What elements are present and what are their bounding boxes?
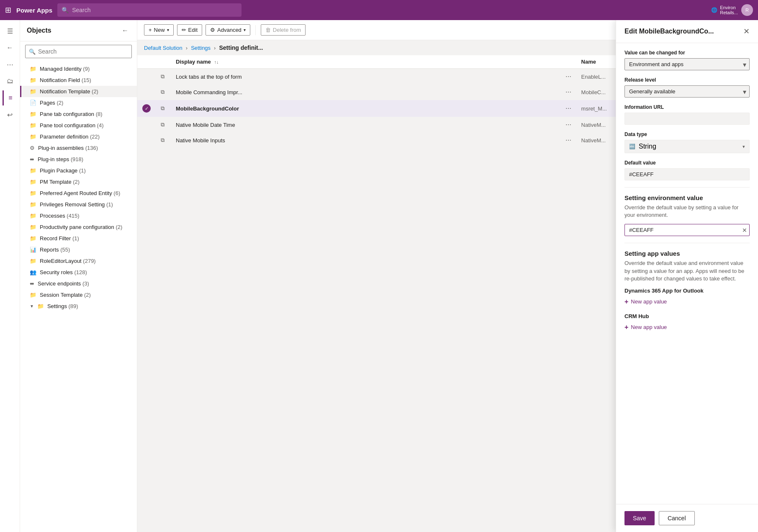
data-type-display: 🔤 String ▾ — [624, 140, 750, 153]
panel-header: Edit MobileBackgroundCo... ✕ — [616, 20, 758, 43]
sidebar-item-session-template[interactable]: 📁 Session Template (2) — [20, 289, 137, 301]
cancel-button[interactable]: Cancel — [659, 511, 695, 525]
app1-section: Dynamics 365 App for Outlook + New app v… — [624, 288, 750, 307]
folder-icon: 📁 — [37, 303, 44, 309]
value-changed-for-select[interactable]: Environment and apps — [624, 58, 750, 70]
sidebar-item-notification-field[interactable]: 📁 Notification Field (15) — [20, 75, 137, 86]
sidebar-item-pages[interactable]: 📄 Pages (2) — [20, 97, 137, 108]
edit-button[interactable]: ✏ Edit — [177, 24, 202, 36]
left-nav-history[interactable]: ↩ — [3, 107, 18, 122]
value-changed-for-select-wrapper: Environment and apps ▾ — [624, 58, 750, 70]
sidebar-item-plugin-package[interactable]: 📁 Plugin Package (1) — [20, 165, 137, 176]
topbar-search-input[interactable] — [72, 7, 231, 13]
delete-button[interactable]: 🗑 Delete from — [261, 24, 306, 36]
row-more[interactable]: ⋯ — [560, 69, 576, 85]
folder-icon: 📁 — [30, 134, 36, 140]
sidebar-item-pm-template[interactable]: 📁 PM Template (2) — [20, 176, 137, 188]
breadcrumb-sep-2: › — [214, 45, 216, 51]
delete-button-label: Delete from — [273, 27, 301, 33]
topbar-env[interactable]: 🌐 Environ Retails... — [711, 5, 738, 15]
data-type-label: Data type — [624, 131, 750, 137]
app2-add-button[interactable]: + New app value — [624, 322, 667, 333]
row-display-name: Native Mobile Date Time — [171, 117, 560, 133]
sidebar-search-container: 🔍 — [20, 41, 137, 62]
sidebar-item-preferred-agent[interactable]: 📁 Preferred Agent Routed Entity (6) — [20, 188, 137, 199]
plus-icon: + — [624, 324, 628, 331]
information-url-label: Information URL — [624, 104, 750, 110]
row-copy-icon: ⧉ — [156, 100, 171, 117]
data-type-caret: ▾ — [743, 144, 745, 149]
topbar-avatar[interactable]: R — [741, 4, 753, 16]
sidebar-item-notification-template[interactable]: 📁 Notification Template (2) — [20, 86, 137, 97]
sidebar-search-icon: 🔍 — [29, 49, 36, 55]
row-more[interactable]: ⋯ — [560, 117, 576, 133]
sidebar-search-box: 🔍 — [25, 45, 132, 58]
folder-icon: 📁 — [30, 111, 36, 117]
sidebar-item-record-filter[interactable]: 📁 Record Filter (1) — [20, 233, 137, 244]
sidebar-item-pane-tool[interactable]: 📁 Pane tool configuration (4) — [20, 120, 137, 131]
env-clear-button[interactable]: ✕ — [742, 227, 747, 234]
breadcrumb-default-solution[interactable]: Default Solution — [144, 45, 182, 51]
left-nav-more[interactable]: ⋯ — [3, 57, 18, 72]
th-display-name[interactable]: Display name ↑↓ — [171, 55, 560, 69]
sidebar-item-privileges[interactable]: 📁 Privileges Removal Setting (1) — [20, 199, 137, 210]
th-check — [137, 55, 156, 69]
sidebar-item-role-editor[interactable]: 📁 RoleEditorLayout (279) — [20, 255, 137, 267]
sidebar-item-managed-identity[interactable]: 📁 Managed Identity (9) — [20, 63, 137, 75]
save-button[interactable]: Save — [624, 511, 655, 525]
left-nav-pages[interactable]: 🗂 — [3, 74, 18, 89]
app-layout: ☰ ← ⋯ 🗂 ≡ ↩ Objects ← 🔍 📁 Managed Identi… — [0, 0, 758, 532]
sidebar-search-input[interactable] — [38, 48, 128, 55]
sidebar-item-processes[interactable]: 📁 Processes (415) — [20, 210, 137, 221]
panel-footer: Save Cancel — [616, 504, 758, 532]
grid-icon[interactable]: ⊞ — [5, 5, 11, 15]
app-title: Power Apps — [16, 7, 52, 14]
row-display-name: Native Mobile Inputs — [171, 133, 560, 148]
sidebar: Objects ← 🔍 📁 Managed Identity (9) 📁 Not… — [20, 20, 137, 532]
breadcrumb-settings[interactable]: Settings — [191, 45, 211, 51]
panel-close-button[interactable]: ✕ — [743, 27, 750, 36]
setting-app-section: Setting app values Override the default … — [624, 250, 750, 333]
release-level-section: Release level Generally available ▾ — [624, 77, 750, 98]
edit-panel: Edit MobileBackgroundCo... ✕ Value can b… — [616, 20, 758, 532]
sidebar-item-plugin-assemblies[interactable]: ⚙ Plug-in assemblies (136) — [20, 142, 137, 154]
sidebar-header: Objects ← — [20, 20, 137, 41]
more-icon: ⋯ — [565, 89, 571, 95]
sidebar-item-productivity-pane[interactable]: 📁 Productivity pane configuration (2) — [20, 221, 137, 233]
topbar-env-sub: Retails... — [720, 10, 738, 15]
sidebar-item-service-endpoints[interactable]: ⬌ Service endpoints (3) — [20, 278, 137, 289]
release-level-select[interactable]: Generally available — [624, 85, 750, 98]
row-copy-icon: ⧉ — [156, 85, 171, 100]
sidebar-item-settings[interactable]: ▼ 📁 Settings (89) — [20, 301, 137, 312]
setting-app-desc: Override the default value and environme… — [624, 260, 750, 283]
row-more[interactable]: ⋯ — [560, 100, 576, 117]
advanced-button[interactable]: ⚙ Advanced ▾ — [206, 24, 250, 36]
users-icon: 👥 — [30, 269, 36, 275]
sidebar-items: 📁 Managed Identity (9) 📁 Notification Fi… — [20, 62, 137, 532]
new-button[interactable]: + New ▾ — [144, 24, 174, 36]
app2-name: CRM Hub — [624, 313, 750, 319]
sidebar-item-reports[interactable]: 📊 Reports (55) — [20, 244, 137, 255]
left-nav-menu[interactable]: ☰ — [3, 23, 18, 39]
topbar-search-container: 🔍 — [57, 3, 242, 17]
app1-add-button[interactable]: + New app value — [624, 296, 667, 307]
row-copy-icon: ⧉ — [156, 69, 171, 85]
left-nav-back[interactable]: ← — [3, 40, 18, 55]
data-type-value: String — [639, 143, 656, 150]
env-value-input[interactable] — [624, 224, 750, 236]
folder-icon: 📁 — [30, 88, 36, 95]
page-icon: 📄 — [30, 100, 36, 106]
sidebar-collapse-button[interactable]: ← — [120, 25, 130, 36]
sidebar-item-pane-tab[interactable]: 📁 Pane tab configuration (8) — [20, 108, 137, 120]
left-nav-solutions[interactable]: ≡ — [3, 90, 18, 105]
information-url-input[interactable] — [624, 113, 750, 125]
row-more[interactable]: ⋯ — [560, 133, 576, 148]
sidebar-item-plugin-steps[interactable]: ⬌ Plug-in steps (918) — [20, 154, 137, 165]
delete-icon: 🗑 — [265, 27, 271, 33]
row-more[interactable]: ⋯ — [560, 85, 576, 100]
release-level-label: Release level — [624, 77, 750, 83]
data-type-icon: 🔤 — [629, 144, 635, 149]
sidebar-item-parameter-def[interactable]: 📁 Parameter definition (22) — [20, 131, 137, 142]
sidebar-item-security-roles[interactable]: 👥 Security roles (128) — [20, 267, 137, 278]
folder-icon: 📁 — [30, 77, 36, 83]
